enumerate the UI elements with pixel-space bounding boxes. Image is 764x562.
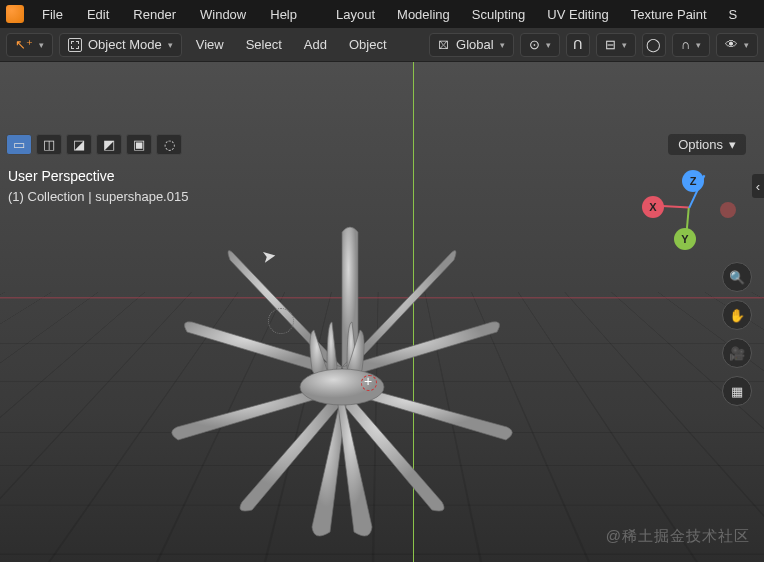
select-box-icon: ▭: [13, 137, 25, 152]
select-intersect-icon: ◩: [103, 137, 115, 152]
zoom-icon: 🔍: [729, 270, 745, 285]
select-subtract-icon: ◪: [73, 137, 85, 152]
floor-grid: [0, 292, 764, 562]
axes-icon: ⛝: [438, 38, 450, 52]
snap-dropdown[interactable]: ⊟▾: [596, 33, 636, 57]
mode-label: Object Mode: [88, 37, 162, 52]
cursor-3d-icon: [358, 372, 380, 394]
select-invert-icon: ▣: [133, 137, 145, 152]
visibility-dropdown[interactable]: 👁▾: [716, 33, 758, 57]
menu-file[interactable]: File: [32, 3, 73, 26]
viewport-3d[interactable]: ➤ ▭ ◫ ◪ ◩ ▣ ◌ Options ▾ User Perspective…: [0, 62, 764, 562]
empty-sphere-icon: [268, 308, 294, 334]
proportional-dropdown[interactable]: ∩▾: [672, 33, 710, 57]
app-logo-icon: [6, 5, 24, 23]
context-label: (1) Collection | supershape.015: [8, 187, 188, 207]
pivot-dropdown[interactable]: ⊙▾: [520, 33, 560, 57]
gizmo-neg-x-handle[interactable]: [720, 202, 736, 218]
chevron-down-icon: ▾: [744, 40, 749, 50]
chevron-down-icon: ▾: [500, 40, 505, 50]
select-box-tool[interactable]: ▭: [6, 134, 32, 155]
snap-toggle[interactable]: ᑎ: [566, 33, 590, 57]
menu-object[interactable]: Object: [341, 33, 395, 56]
gizmo-x-handle[interactable]: X: [642, 196, 664, 218]
orientation-label: Global: [456, 37, 494, 52]
tab-layout[interactable]: Layout: [325, 3, 386, 26]
watermark-text: @稀土掘金技术社区: [606, 527, 750, 546]
gizmo-z-handle[interactable]: Z: [682, 170, 704, 192]
tab-uv-editing[interactable]: UV Editing: [536, 3, 619, 26]
zoom-button[interactable]: 🔍: [722, 262, 752, 292]
options-label: Options: [678, 137, 723, 152]
tab-modeling[interactable]: Modeling: [386, 3, 461, 26]
camera-view-button[interactable]: 🎥: [722, 338, 752, 368]
axis-x-line: [0, 297, 764, 298]
select-lasso-tool[interactable]: ◌: [156, 134, 182, 155]
menu-view[interactable]: View: [188, 33, 232, 56]
pan-button[interactable]: ✋: [722, 300, 752, 330]
eye-icon: 👁: [725, 37, 738, 52]
orientation-dropdown[interactable]: ⛝ Global ▾: [429, 33, 514, 57]
tab-sculpting[interactable]: Sculpting: [461, 3, 536, 26]
gizmo-y-handle[interactable]: Y: [674, 228, 696, 250]
chevron-down-icon: ▾: [729, 137, 736, 152]
menu-render[interactable]: Render: [123, 3, 186, 26]
options-dropdown[interactable]: Options ▾: [668, 134, 746, 155]
camera-icon: 🎥: [729, 346, 745, 361]
cursor-icon: ↖⁺: [15, 37, 33, 52]
perspective-label: User Perspective: [8, 166, 188, 187]
chevron-down-icon: ▾: [39, 40, 44, 50]
select-invert-tool[interactable]: ▣: [126, 134, 152, 155]
menu-select[interactable]: Select: [238, 33, 290, 56]
chevron-down-icon: ▾: [622, 40, 627, 50]
chevron-down-icon: ▾: [546, 40, 551, 50]
select-lasso-icon: ◌: [164, 137, 175, 152]
menu-help[interactable]: Help: [260, 3, 307, 26]
tab-texture-paint[interactable]: Texture Paint: [620, 3, 718, 26]
cursor-tool-dropdown[interactable]: ↖⁺ ▾: [6, 33, 53, 57]
chevron-down-icon: ▾: [696, 40, 701, 50]
axis-y-line: [413, 62, 415, 562]
magnet-icon: ᑎ: [573, 37, 583, 52]
falloff-icon: ∩: [681, 37, 690, 52]
snap-increment-icon: ⊟: [605, 37, 616, 52]
proportional-edit-toggle[interactable]: ◯: [642, 33, 666, 57]
menu-edit[interactable]: Edit: [77, 3, 119, 26]
orientation-gizmo[interactable]: X Y Z: [644, 162, 734, 252]
select-extend-icon: ◫: [43, 137, 55, 152]
hand-icon: ✋: [729, 308, 745, 323]
mode-dropdown[interactable]: Object Mode ▾: [59, 33, 182, 57]
object-mode-icon: [68, 38, 82, 52]
tab-more[interactable]: S: [718, 3, 749, 26]
grid-icon: ▦: [731, 384, 743, 399]
menu-add[interactable]: Add: [296, 33, 335, 56]
select-subtract-tool[interactable]: ◪: [66, 134, 92, 155]
select-extend-tool[interactable]: ◫: [36, 134, 62, 155]
chevron-left-icon: ‹: [756, 179, 760, 194]
pivot-icon: ⊙: [529, 37, 540, 52]
chevron-down-icon: ▾: [168, 40, 173, 50]
perspective-toggle-button[interactable]: ▦: [722, 376, 752, 406]
mouse-cursor-icon: ➤: [260, 245, 277, 268]
menu-window[interactable]: Window: [190, 3, 256, 26]
proportional-icon: ◯: [646, 37, 661, 52]
select-intersect-tool[interactable]: ◩: [96, 134, 122, 155]
n-panel-toggle[interactable]: ‹: [752, 174, 764, 198]
